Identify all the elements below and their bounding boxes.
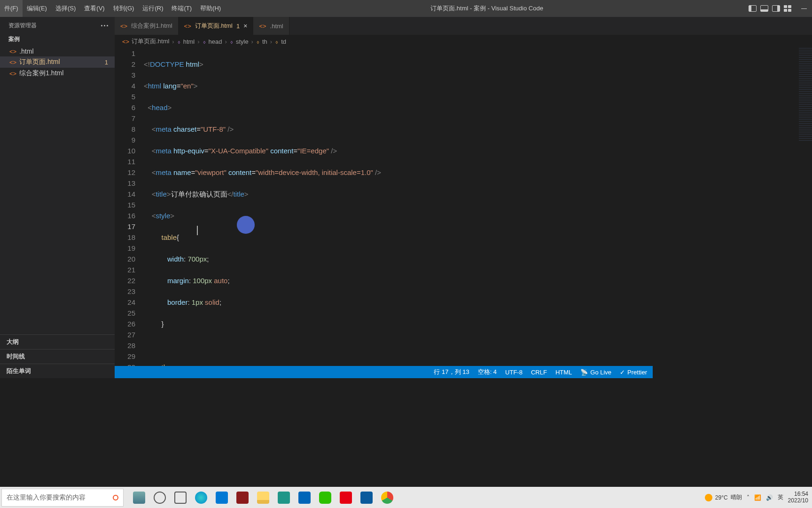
chevron-up-icon[interactable]: ˄ (747, 494, 750, 501)
tag-icon: ⬨ (203, 38, 206, 45)
breadcrumb[interactable]: <>订单页面.html › ⬨html › ⬨head › ⬨style › ⬨… (115, 35, 812, 48)
status-prettier[interactable]: ✓Prettier (620, 369, 647, 376)
layout-left-icon[interactable] (749, 5, 757, 12)
menubar: 件(F) 编辑(E) 选择(S) 查看(V) 转到(G) 运行(R) 终端(T)… (0, 0, 225, 17)
menu-run[interactable]: 运行(R) (138, 0, 167, 17)
css-selector-icon: ⬨ (256, 38, 260, 45)
clock-date[interactable]: 2022/10 (788, 498, 808, 504)
file-item[interactable]: <> 综合案例1.html (0, 68, 115, 79)
tab[interactable]: <> .html (253, 17, 289, 35)
breadcrumb-item[interactable]: 订单页面.html (132, 37, 169, 46)
minimap[interactable] (799, 48, 812, 142)
breadcrumb-item[interactable]: th (262, 38, 267, 45)
network-icon[interactable]: 📶 (754, 494, 761, 501)
wechat-icon[interactable] (319, 492, 331, 504)
status-eol[interactable]: CRLF (531, 369, 547, 376)
breadcrumb-item[interactable]: html (183, 38, 195, 45)
html-file-icon: <> (184, 23, 191, 30)
close-icon[interactable]: × (243, 22, 247, 30)
weather-desc: 晴朗 (731, 493, 742, 501)
status-cursor-pos[interactable]: 行 17，列 13 (434, 368, 469, 376)
status-golive[interactable]: 📡Go Live (580, 369, 611, 376)
weather-temp: 29°C (715, 494, 728, 501)
tabs-bar: <> 综合案例1.html <> 订单页面.html 1 × <> .html (115, 17, 812, 35)
titlebar: 件(F) 编辑(E) 选择(S) 查看(V) 转到(G) 运行(R) 终端(T)… (0, 0, 812, 17)
file-dirty-badge: 1 (105, 59, 108, 66)
status-encoding[interactable]: UTF-8 (505, 369, 523, 376)
task-switcher-icon[interactable] (174, 492, 187, 504)
timeline-section[interactable]: 时间线 (0, 349, 115, 364)
volume-icon[interactable]: 🔊 (766, 494, 773, 501)
chrome-icon[interactable] (381, 492, 393, 504)
text-cursor (197, 226, 198, 235)
cortana-icon (113, 495, 118, 500)
status-lang[interactable]: HTML (555, 369, 572, 376)
unknown-words-section[interactable]: 陌生单词 (0, 364, 115, 378)
statusbar: 行 17，列 13 空格: 4 UTF-8 CRLF HTML 📡Go Live… (115, 366, 653, 378)
tab[interactable]: <> 综合案例1.html (115, 17, 179, 35)
file-item[interactable]: <> .html (0, 46, 115, 56)
code-content[interactable]: <!DOCTYPE html> <html lang="en"> <head> … (144, 48, 381, 378)
clock-time[interactable]: 16:54 (788, 491, 808, 497)
html-file-icon: <> (9, 70, 16, 77)
weather-widget[interactable]: 29°C 晴朗 (705, 493, 742, 501)
breadcrumb-item[interactable]: head (209, 38, 222, 45)
html-file-icon: <> (122, 38, 129, 45)
edge-icon[interactable] (195, 492, 207, 504)
more-icon[interactable] (101, 25, 108, 26)
sidebar: 资源管理器 案例 <> .html <> 订单页面.html 1 <> 综合案例… (0, 17, 115, 378)
tab-dirty-indicator: 1 (236, 23, 240, 30)
status-indent[interactable]: 空格: 4 (478, 368, 497, 376)
ime-indicator[interactable]: 英 (778, 493, 783, 501)
tag-icon: ⬨ (230, 38, 234, 45)
youdao-icon[interactable] (340, 492, 352, 504)
layout-grid-icon[interactable] (784, 5, 791, 12)
file-label: .html (19, 48, 33, 55)
taskbar-search[interactable]: 在这里输入你要搜索的内容 (1, 489, 124, 507)
menu-file[interactable]: 件(F) (0, 0, 23, 17)
tag-icon: ⬨ (177, 38, 181, 45)
search-placeholder: 在这里输入你要搜索的内容 (7, 493, 86, 502)
html-file-icon: <> (9, 48, 16, 55)
menu-go[interactable]: 转到(G) (109, 0, 139, 17)
circle-icon[interactable] (154, 492, 166, 504)
tab-active[interactable]: <> 订单页面.html 1 × (179, 17, 254, 35)
explorer-label: 资源管理器 (8, 22, 37, 30)
layout-bottom-icon[interactable] (760, 5, 768, 12)
menu-view[interactable]: 查看(V) (80, 0, 109, 17)
file-item-active[interactable]: <> 订单页面.html 1 (0, 56, 115, 68)
check-icon: ✓ (620, 369, 625, 376)
window-minimize-icon[interactable] (796, 0, 812, 17)
cursor-highlight-icon (237, 216, 255, 234)
layout-right-icon[interactable] (772, 5, 780, 12)
menu-selection[interactable]: 选择(S) (51, 0, 80, 17)
store-icon[interactable] (278, 492, 290, 504)
explorer-icon[interactable] (257, 492, 269, 504)
line-gutter: 1 2 3 4 5 6 7 8 9 10 11 12 13 14 15 16 1… (115, 48, 144, 378)
html-file-icon: <> (9, 59, 16, 66)
vscode-icon[interactable] (298, 492, 311, 504)
editor-area: <> 综合案例1.html <> 订单页面.html 1 × <> .html … (115, 17, 812, 378)
file-label: 综合案例1.html (19, 69, 63, 78)
breadcrumb-item[interactable]: td (281, 38, 286, 45)
menu-edit[interactable]: 编辑(E) (23, 0, 51, 17)
window-title: 订单页面.html - 案例 - Visual Studio Code (225, 4, 749, 13)
breadcrumb-item[interactable]: style (236, 38, 249, 45)
html-file-icon: <> (120, 23, 127, 30)
menu-help[interactable]: 帮助(H) (196, 0, 225, 17)
file-label: 订单页面.html (19, 58, 60, 66)
taskbar: 在这里输入你要搜索的内容 29°C 晴朗 ˄ 📶 🔊 英 16:54 2022/… (0, 487, 812, 508)
outline-section[interactable]: 大纲 (0, 334, 115, 349)
css-selector-icon: ⬨ (275, 38, 279, 45)
tab-label: 综合案例1.html (131, 22, 172, 30)
code-editor[interactable]: 1 2 3 4 5 6 7 8 9 10 11 12 13 14 15 16 1… (115, 48, 812, 378)
mail-icon[interactable] (216, 492, 228, 504)
app-icon[interactable] (236, 492, 249, 504)
tab-label: .html (270, 23, 283, 30)
menu-terminal[interactable]: 终端(T) (167, 0, 196, 17)
task-view-icon[interactable] (133, 492, 145, 504)
workspace-title[interactable]: 案例 (0, 32, 115, 46)
html-file-icon: <> (259, 23, 266, 30)
video-icon[interactable] (360, 492, 373, 504)
sun-icon (705, 494, 712, 501)
